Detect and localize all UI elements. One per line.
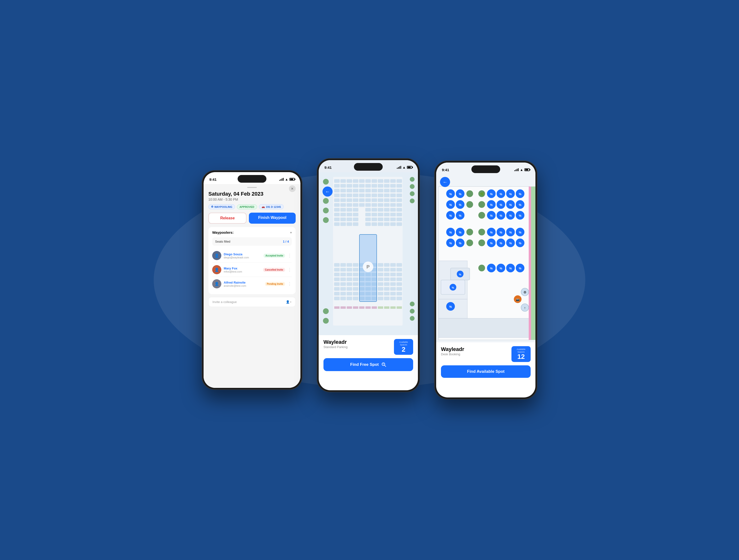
svg-rect-130 bbox=[397, 268, 402, 271]
svg-rect-23 bbox=[390, 184, 396, 187]
svg-rect-74 bbox=[340, 213, 346, 216]
svg-rect-6 bbox=[353, 179, 358, 183]
svg-rect-102 bbox=[397, 218, 402, 221]
svg-rect-128 bbox=[384, 268, 390, 271]
svg-rect-82 bbox=[340, 222, 346, 226]
back-button-desk[interactable]: ← bbox=[440, 177, 450, 187]
svg-line-226 bbox=[384, 365, 386, 367]
find-free-spot-button[interactable]: Find Free Spot bbox=[323, 358, 413, 371]
svg-text:%: % bbox=[509, 231, 512, 234]
svg-rect-177 bbox=[347, 292, 352, 295]
waypooler-email-3: arainvile@test.com bbox=[224, 284, 263, 287]
svg-text:%: % bbox=[519, 242, 522, 245]
svg-rect-72 bbox=[353, 208, 358, 211]
close-button[interactable]: ✕ bbox=[289, 185, 296, 192]
svg-rect-232 bbox=[439, 318, 530, 338]
wifi-icon-1: ▲ bbox=[285, 177, 288, 181]
svg-rect-79 bbox=[347, 218, 352, 221]
waypooler-email-2: mfox@test.com bbox=[224, 270, 261, 273]
svg-text:%: % bbox=[509, 203, 512, 207]
svg-rect-199 bbox=[347, 306, 352, 309]
invite-colleague-row[interactable]: Invite a colleague 👤+ bbox=[208, 297, 296, 307]
back-button-parking[interactable]: ← bbox=[322, 187, 332, 197]
svg-text:%: % bbox=[500, 267, 502, 270]
svg-rect-58 bbox=[334, 203, 339, 207]
svg-rect-32 bbox=[378, 189, 383, 192]
svg-rect-12 bbox=[390, 179, 396, 183]
svg-rect-122 bbox=[347, 268, 352, 271]
waypooler-item-3: 👤 Alfred Rainvile arainvile@test.com Pen… bbox=[212, 277, 292, 291]
status-icons-2: ▲ bbox=[397, 165, 412, 169]
svg-rect-88 bbox=[384, 208, 390, 211]
svg-rect-41 bbox=[365, 194, 371, 197]
more-icon-2[interactable]: ⋮ bbox=[288, 267, 292, 272]
svg-rect-194 bbox=[384, 297, 390, 300]
svg-rect-205 bbox=[384, 306, 390, 309]
svg-rect-24 bbox=[397, 184, 402, 187]
tags-row: ♻ WAYPOOLING APPROVED 🚗 191 D 12345 bbox=[208, 204, 296, 209]
svg-rect-30 bbox=[365, 189, 371, 192]
wifi-icon-2: ▲ bbox=[402, 165, 406, 169]
svg-rect-127 bbox=[378, 268, 383, 271]
more-icon-3[interactable]: ⋮ bbox=[288, 281, 292, 287]
svg-rect-50 bbox=[353, 198, 358, 202]
svg-text:↑: ↑ bbox=[524, 306, 526, 310]
svg-rect-25 bbox=[334, 189, 339, 192]
finish-waypool-button[interactable]: Finish Waypool bbox=[249, 213, 296, 224]
waypoolers-header: Waypoolers: ▾ bbox=[212, 230, 292, 234]
svg-rect-95 bbox=[390, 213, 396, 216]
svg-rect-84 bbox=[353, 222, 358, 226]
svg-rect-155 bbox=[347, 283, 352, 286]
svg-rect-98 bbox=[372, 218, 377, 221]
svg-rect-37 bbox=[340, 194, 346, 197]
svg-rect-34 bbox=[390, 189, 396, 192]
svg-rect-13 bbox=[397, 179, 402, 183]
svg-rect-70 bbox=[340, 208, 346, 211]
svg-text:%: % bbox=[459, 273, 461, 276]
svg-rect-61 bbox=[353, 203, 358, 207]
status-time-1: 9:41 bbox=[209, 177, 216, 181]
svg-rect-187 bbox=[340, 297, 346, 300]
svg-rect-5 bbox=[347, 179, 352, 183]
svg-rect-153 bbox=[334, 283, 339, 286]
parking-map-area: P ← bbox=[319, 172, 418, 335]
svg-text:%: % bbox=[459, 242, 462, 245]
svg-rect-60 bbox=[347, 203, 352, 207]
svg-rect-16 bbox=[347, 184, 352, 187]
find-available-spot-button[interactable]: Find Available Spot bbox=[441, 365, 531, 378]
invite-badge-2: Cancelled Invite bbox=[263, 268, 285, 272]
more-icon-1[interactable]: ⋮ bbox=[288, 253, 292, 258]
svg-rect-203 bbox=[372, 306, 377, 309]
chevron-down-icon[interactable]: ▾ bbox=[290, 231, 292, 234]
svg-rect-104 bbox=[372, 222, 377, 226]
svg-rect-17 bbox=[353, 184, 358, 187]
svg-rect-175 bbox=[334, 292, 339, 295]
svg-point-219 bbox=[410, 198, 415, 203]
svg-rect-116 bbox=[378, 263, 383, 266]
svg-rect-20 bbox=[372, 184, 377, 187]
release-button[interactable]: Release bbox=[208, 213, 247, 224]
waypooler-name-2: Mary Fox bbox=[224, 266, 261, 270]
dynamic-island-3 bbox=[471, 165, 500, 173]
svg-rect-73 bbox=[334, 213, 339, 216]
desk-available-label: Available Spaces bbox=[517, 348, 526, 353]
svg-rect-22 bbox=[384, 184, 390, 187]
svg-point-222 bbox=[410, 316, 415, 321]
svg-text:%: % bbox=[509, 242, 512, 245]
svg-rect-131 bbox=[334, 273, 339, 276]
event-time: 10:00 AM - 5:30 PM bbox=[208, 198, 296, 201]
dynamic-island-1 bbox=[238, 175, 266, 183]
svg-rect-27 bbox=[347, 189, 352, 192]
svg-rect-103 bbox=[365, 222, 371, 226]
svg-rect-87 bbox=[378, 208, 383, 211]
svg-rect-163 bbox=[397, 283, 402, 286]
waypool-content: ✕ Saturday, 04 Feb 2023 10:00 AM - 5:30 … bbox=[203, 184, 300, 388]
svg-rect-10 bbox=[378, 179, 383, 183]
svg-rect-233 bbox=[531, 187, 536, 340]
svg-rect-67 bbox=[390, 203, 396, 207]
avatar-mary: 👤 bbox=[212, 265, 221, 274]
svg-rect-142 bbox=[334, 277, 339, 281]
svg-text:%: % bbox=[490, 192, 493, 196]
svg-rect-206 bbox=[390, 306, 396, 309]
svg-rect-96 bbox=[397, 213, 402, 216]
